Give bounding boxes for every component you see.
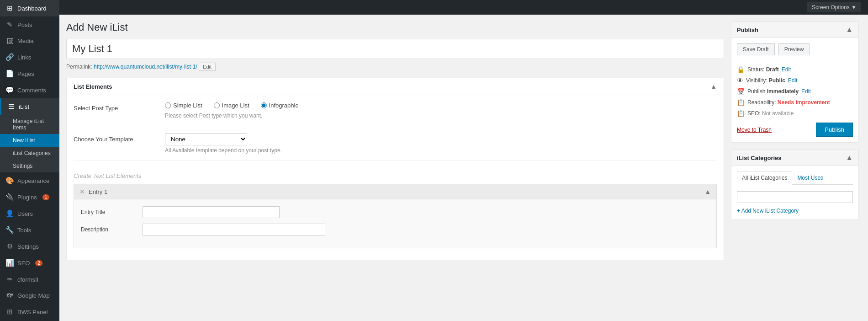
post-title-input[interactable] xyxy=(66,39,724,59)
permalink-url[interactable]: http://www.quantumcloud.net/ilist/my-lis… xyxy=(94,64,197,70)
publish-panel-toggle-icon[interactable]: ▲ xyxy=(846,26,853,34)
entry-1-title: Entry 1 xyxy=(89,188,107,195)
radio-image-list-label: Image List xyxy=(222,102,249,109)
preview-button[interactable]: Preview xyxy=(778,43,810,55)
sidebar-submenu-manage[interactable]: Manage iList Items xyxy=(0,115,59,134)
seo-row: 📋 SEO: Not available xyxy=(737,110,853,117)
readability-label: Readability: Needs improvement xyxy=(747,99,830,106)
radio-infographic-input[interactable] xyxy=(261,102,267,108)
entry-1-close-icon[interactable]: ✕ xyxy=(79,188,85,195)
sidebar-item-label: Users xyxy=(17,210,33,217)
categories-panel-header: iList Categories ▲ xyxy=(731,150,858,166)
visibility-label: Visibility: Public xyxy=(746,77,785,84)
entry-desc-input[interactable] xyxy=(143,224,325,235)
categories-panel-body: All iList Categories Most Used + Add New… xyxy=(731,166,858,219)
sidebar-submenu-categories[interactable]: iList Categories xyxy=(0,147,59,160)
sidebar-item-cformsii[interactable]: ✏ cformsII xyxy=(0,271,59,288)
list-elements-metabox: List Elements ▲ Select Post Type Simple … xyxy=(66,78,724,260)
sidebar-item-users[interactable]: 👤 Users xyxy=(0,205,59,222)
radio-image-list[interactable]: Image List xyxy=(214,102,249,109)
post-type-help: Please select Post type which you want. xyxy=(165,112,717,119)
tab-most-used[interactable]: Most Used xyxy=(792,171,828,184)
permalink-label: Permalink: xyxy=(66,64,92,70)
sidebar-item-posts[interactable]: ✎ Posts xyxy=(0,16,59,33)
save-draft-button[interactable]: Save Draft xyxy=(737,43,775,55)
radio-infographic[interactable]: Infographic xyxy=(261,102,298,109)
template-row: Choose Your Template None All Available … xyxy=(74,133,717,161)
status-label: Status: Draft xyxy=(747,66,779,73)
categories-panel-toggle-icon[interactable]: ▲ xyxy=(846,154,853,162)
visibility-value: Public xyxy=(769,77,785,84)
create-text: Create Text List Elements xyxy=(74,168,717,184)
right-sidebar: Publish ▲ Save Draft Preview 🔒 Status: D… xyxy=(731,21,859,314)
add-new-category-link[interactable]: + Add New iList Category xyxy=(737,208,853,214)
list-elements-title: List Elements xyxy=(74,83,112,90)
list-elements-header[interactable]: List Elements ▲ xyxy=(67,78,724,95)
status-edit-link[interactable]: Edit xyxy=(782,66,791,73)
sidebar-item-label: Links xyxy=(17,54,31,61)
sidebar-submenu-new[interactable]: New iList xyxy=(0,134,59,147)
submenu-label: Manage iList Items xyxy=(13,118,54,131)
sidebar-item-googlemap[interactable]: 🗺 Google Map xyxy=(0,288,59,304)
topbar: Screen Options ▼ xyxy=(59,0,868,15)
readability-value: Needs improvement xyxy=(778,99,830,106)
posts-icon: ✎ xyxy=(5,21,14,29)
sidebar-item-label: Media xyxy=(17,37,33,44)
sidebar-item-plugins[interactable]: 🔌 Plugins 1 xyxy=(0,189,59,205)
sidebar-item-seo[interactable]: 📊 SEO 2 xyxy=(0,255,59,271)
post-type-label: Select Post Type xyxy=(74,102,156,112)
radio-simple-list-input[interactable] xyxy=(165,102,171,108)
sidebar-submenu-settings[interactable]: Settings xyxy=(0,160,59,172)
entry-title-row: Entry Title xyxy=(81,206,709,218)
main-content: Screen Options ▼ Add New iList Permalink… xyxy=(59,0,868,321)
sidebar-item-bwspanel[interactable]: ⊞ BWS Panel xyxy=(0,304,59,320)
tab-all-categories[interactable]: All iList Categories xyxy=(737,171,792,185)
radio-image-list-input[interactable] xyxy=(214,102,220,108)
sidebar: ⊞ Dashboard ✎ Posts 🖼 Media 🔗 Links 📄 Pa… xyxy=(0,0,59,321)
publish-panel-body: Save Draft Preview 🔒 Status: Draft Edit … xyxy=(731,38,858,142)
visibility-icon: 👁 xyxy=(737,77,743,84)
sidebar-item-label: Settings xyxy=(17,243,39,250)
move-to-trash-button[interactable]: Move to Trash xyxy=(737,127,772,133)
sidebar-item-tools[interactable]: 🔧 Tools xyxy=(0,222,59,238)
seo-badge: 2 xyxy=(35,260,42,266)
publish-button[interactable]: Publish xyxy=(816,123,853,137)
submenu-label: iList Categories xyxy=(13,150,51,156)
sidebar-item-media[interactable]: 🖼 Media xyxy=(0,33,59,49)
comments-icon: 💬 xyxy=(5,86,14,94)
radio-simple-list[interactable]: Simple List xyxy=(165,102,202,109)
pages-icon: 📄 xyxy=(5,70,14,78)
list-elements-body: Select Post Type Simple List Image List xyxy=(67,95,724,260)
page-title: Add New iList xyxy=(66,21,724,33)
post-type-row: Select Post Type Simple List Image List xyxy=(74,102,717,126)
category-search-input[interactable] xyxy=(737,191,853,203)
sidebar-item-comments[interactable]: 💬 Comments xyxy=(0,82,59,98)
bwspanel-icon: ⊞ xyxy=(5,308,14,316)
template-select[interactable]: None xyxy=(165,133,247,145)
template-help: All Available template depend on your po… xyxy=(165,147,717,154)
publish-panel: Publish ▲ Save Draft Preview 🔒 Status: D… xyxy=(731,21,859,143)
sidebar-item-label: Comments xyxy=(17,87,46,94)
publish-time-edit-link[interactable]: Edit xyxy=(801,88,811,95)
settings-icon: ⚙ xyxy=(5,242,14,251)
publish-panel-title: Publish xyxy=(737,27,758,33)
editor-column: Add New iList Permalink: http://www.quan… xyxy=(66,21,724,314)
sidebar-item-pages[interactable]: 📄 Pages xyxy=(0,65,59,82)
permalink-bar: Permalink: http://www.quantumcloud.net/i… xyxy=(66,63,724,71)
publish-footer: Move to Trash Publish xyxy=(737,123,853,137)
entry-1-collapse-icon[interactable]: ▲ xyxy=(704,188,711,195)
sidebar-item-dashboard[interactable]: ⊞ Dashboard xyxy=(0,0,59,16)
submenu-label: New iList xyxy=(13,137,35,144)
visibility-edit-link[interactable]: Edit xyxy=(788,77,798,84)
sidebar-item-appearance[interactable]: 🎨 Appearance xyxy=(0,172,59,189)
media-icon: 🖼 xyxy=(5,37,14,45)
sidebar-item-links[interactable]: 🔗 Links xyxy=(0,49,59,65)
sidebar-item-ilist[interactable]: ☰ iList xyxy=(0,98,59,115)
links-icon: 🔗 xyxy=(5,53,14,61)
entry-title-input[interactable] xyxy=(143,206,280,218)
sidebar-item-settings[interactable]: ⚙ Settings xyxy=(0,238,59,255)
permalink-edit-button[interactable]: Edit xyxy=(199,63,216,71)
sidebar-item-label: iList xyxy=(19,103,29,110)
screen-options-button[interactable]: Screen Options ▼ xyxy=(807,2,861,12)
publish-actions-top: Save Draft Preview xyxy=(737,43,853,55)
